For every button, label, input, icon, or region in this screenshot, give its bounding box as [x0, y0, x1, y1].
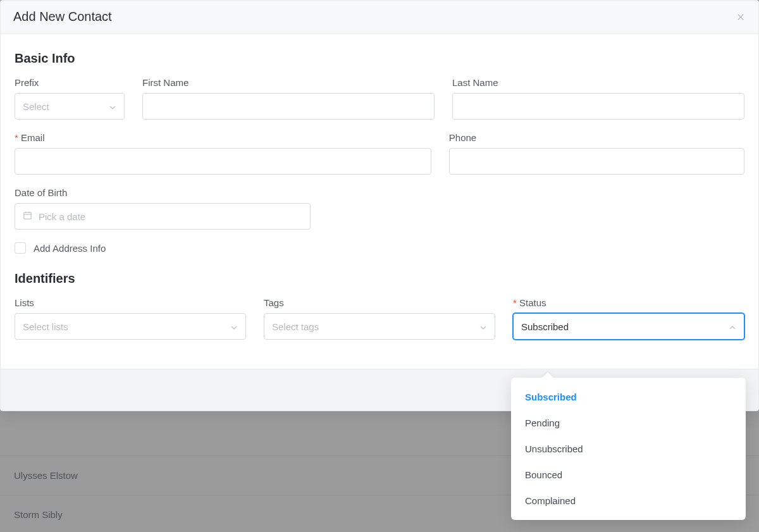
- status-value: Subscribed: [521, 321, 569, 332]
- modal-body: Basic Info Prefix Select First Name Last…: [1, 34, 758, 369]
- last-name-label: Last Name: [452, 77, 744, 88]
- tags-label: Tags: [264, 297, 495, 308]
- status-option-bounced[interactable]: Bounced: [511, 462, 746, 488]
- chevron-up-icon: [729, 323, 736, 330]
- chevron-down-icon: [479, 323, 487, 330]
- first-name-input[interactable]: [142, 93, 435, 120]
- close-icon[interactable]: [736, 12, 746, 22]
- add-contact-modal: Add New Contact Basic Info Prefix Select…: [0, 0, 759, 411]
- field-prefix: Prefix Select: [15, 77, 125, 120]
- dob-label: Date of Birth: [15, 187, 311, 198]
- status-dropdown: Subscribed Pending Unsubscribed Bounced …: [511, 378, 746, 520]
- field-first-name: First Name: [142, 77, 435, 120]
- lists-placeholder: Select lists: [23, 321, 68, 332]
- status-option-subscribed[interactable]: Subscribed: [511, 384, 746, 410]
- contact-name: Storm Sibly: [14, 509, 63, 520]
- modal-title: Add New Contact: [13, 9, 112, 24]
- row-contact: Email Phone: [15, 132, 744, 175]
- field-status: Status Subscribed: [513, 297, 744, 340]
- add-address-row: Add Address Info: [15, 242, 744, 254]
- prefix-placeholder: Select: [23, 101, 49, 112]
- section-basic-title: Basic Info: [15, 51, 744, 66]
- lists-select[interactable]: Select lists: [15, 313, 246, 340]
- status-option-complained[interactable]: Complained: [511, 488, 746, 514]
- add-address-label: Add Address Info: [34, 243, 106, 254]
- field-phone: Phone: [449, 132, 744, 175]
- row-identifiers: Lists Select lists Tags Select tags: [15, 297, 744, 340]
- phone-input[interactable]: [449, 148, 744, 175]
- status-option-pending[interactable]: Pending: [511, 410, 746, 436]
- modal-header: Add New Contact: [1, 1, 758, 34]
- status-select[interactable]: Subscribed: [513, 313, 744, 340]
- contact-name: Ulysses Elstow: [14, 470, 78, 481]
- status-label: Status: [513, 297, 744, 308]
- row-name: Prefix Select First Name Last Name: [15, 77, 744, 120]
- calendar-icon: [23, 211, 32, 222]
- add-address-checkbox[interactable]: [15, 242, 26, 254]
- dob-input[interactable]: Pick a date: [15, 203, 311, 230]
- field-tags: Tags Select tags: [264, 297, 495, 340]
- chevron-down-icon: [109, 102, 116, 110]
- phone-label: Phone: [449, 132, 744, 143]
- dob-placeholder: Pick a date: [39, 211, 85, 222]
- first-name-label: First Name: [142, 77, 435, 88]
- field-email: Email: [15, 132, 431, 175]
- tags-placeholder: Select tags: [272, 321, 319, 332]
- status-option-unsubscribed[interactable]: Unsubscribed: [511, 436, 746, 462]
- prefix-label: Prefix: [15, 77, 125, 88]
- svg-rect-2: [24, 213, 31, 219]
- email-label: Email: [15, 132, 431, 143]
- email-input[interactable]: [15, 148, 431, 175]
- row-dob: Date of Birth Pick a date: [15, 187, 744, 230]
- field-lists: Lists Select lists: [15, 297, 246, 340]
- field-last-name: Last Name: [452, 77, 744, 120]
- chevron-down-icon: [230, 323, 238, 330]
- section-identifiers-title: Identifiers: [15, 271, 744, 286]
- tags-select[interactable]: Select tags: [264, 313, 495, 340]
- field-dob: Date of Birth Pick a date: [15, 187, 311, 230]
- prefix-select[interactable]: Select: [15, 93, 125, 120]
- lists-label: Lists: [15, 297, 246, 308]
- last-name-input[interactable]: [452, 93, 744, 120]
